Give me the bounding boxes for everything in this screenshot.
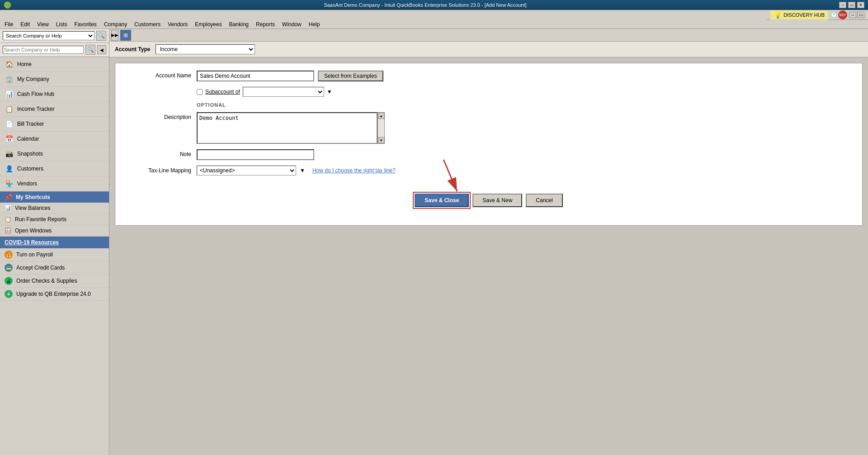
menu-file[interactable]: File [1, 20, 17, 28]
note-row: Note [124, 149, 853, 160]
save-new-button[interactable]: Save & New [472, 194, 522, 207]
covid-checks[interactable]: 🖨 Order Checks & Supplies [0, 275, 109, 288]
subaccount-label: Subaccount of [205, 89, 240, 95]
covid-item-label: Accept Credit Cards [16, 265, 65, 271]
notification-badge[interactable]: 99+ [838, 10, 847, 19]
menu-vendors[interactable]: Vendors [164, 20, 191, 28]
search-button2[interactable]: 🔍 [85, 45, 95, 55]
sidebar-collapse-button[interactable]: ◀ [97, 45, 106, 54]
shortcut-label: Open Windows [15, 228, 52, 234]
shortcut-run-reports[interactable]: 📋 Run Favorite Reports [0, 214, 109, 225]
menu-lists[interactable]: Lists [52, 20, 71, 28]
taxline-field: <Unassigned> ▼ How do I choose the right… [197, 166, 396, 175]
covid-title[interactable]: COVID-19 Resources [5, 239, 104, 246]
sidebar-item-snapshots[interactable]: 📸 Snapshots [0, 147, 109, 161]
taxline-help-link[interactable]: How do I choose the right tax line? [312, 167, 396, 174]
vendors-icon: 🏪 [5, 179, 14, 188]
description-area: Demo Account ▲ ▼ [197, 112, 385, 144]
close-button[interactable]: ✕ [857, 2, 864, 8]
search-company-select[interactable]: Search Company or Help [3, 31, 94, 40]
covid-payroll[interactable]: 💰 Turn on Payroll [0, 248, 109, 261]
grid-view-button[interactable]: ⊞ [120, 30, 131, 41]
inner-restore[interactable]: ▭ [857, 12, 864, 18]
description-scrollbar[interactable]: ▲ ▼ [377, 112, 385, 144]
menu-employees[interactable]: Employees [191, 20, 225, 28]
search-input[interactable] [3, 46, 84, 54]
sidebar-item-vendors[interactable]: 🏪 Vendors [0, 176, 109, 191]
sidebar-item-calendar[interactable]: 📅 Calendar [0, 132, 109, 147]
shortcuts-label: My Shortcuts [16, 194, 50, 200]
menu-favorites[interactable]: Favorites [71, 20, 100, 28]
covid-upgrade[interactable]: + Upgrade to QB Enterprise 24.0 [0, 288, 109, 301]
sidebar-item-label: Customers [17, 166, 43, 172]
menu-view[interactable]: View [33, 20, 52, 28]
add-account-form: Account Name Select from Examples Subacc… [115, 63, 863, 226]
note-input[interactable] [197, 149, 314, 160]
scrollbar-track [378, 119, 384, 137]
subaccount-row: Subaccount of ▼ [124, 87, 853, 97]
sidebar-item-label: My Company [17, 76, 49, 82]
discovery-hub-label: DISCOVERY HUB [783, 12, 825, 18]
menu-company[interactable]: Company [100, 20, 131, 28]
description-input[interactable]: Demo Account [197, 112, 377, 144]
sidebar-item-label: Calendar [17, 136, 39, 142]
taxline-select[interactable]: <Unassigned> [197, 166, 296, 175]
title-bar: 🟢 SaasAnt Demo Company - Intuit QuickBoo… [0, 0, 868, 10]
covid-credit-cards[interactable]: 💳 Accept Credit Cards [0, 261, 109, 275]
window-min-controls[interactable]: ─ ▭ [849, 12, 864, 18]
account-name-input[interactable] [197, 71, 314, 81]
sidebar-bottom: 📌 My Shortcuts 📊 View Balances 📋 Run Fav… [0, 191, 109, 301]
sidebar: Search Company or Help 🔍 🔍 ◀ 🏠 Home 🏢 My… [0, 29, 109, 455]
menu-help[interactable]: Help [305, 20, 324, 28]
shortcut-label: View Balances [15, 205, 51, 211]
shortcut-label: Run Favorite Reports [15, 216, 66, 223]
sidebar-item-billtracker[interactable]: 📄 Bill Tracker [0, 117, 109, 132]
menu-banking[interactable]: Banking [226, 20, 252, 28]
menu-window[interactable]: Window [278, 20, 305, 28]
covid-section: COVID-19 Resources [0, 237, 109, 248]
sidebar-item-home[interactable]: 🏠 Home [0, 57, 109, 72]
sidebar-item-label: Home [17, 61, 32, 67]
covid-item-label: Turn on Payroll [16, 251, 53, 258]
checks-icon: 🖨 [5, 277, 13, 285]
sidebar-item-income[interactable]: 📋 Income Tracker [0, 102, 109, 117]
shortcut-open-windows[interactable]: 🪟 Open Windows [0, 225, 109, 237]
account-name-label: Account Name [124, 71, 197, 79]
menu-customers[interactable]: Customers [131, 20, 164, 28]
sidebar-item-mycompany[interactable]: 🏢 My Company [0, 72, 109, 87]
select-examples-button[interactable]: Select from Examples [318, 71, 383, 81]
taxline-label: Tax-Line Mapping [124, 166, 197, 174]
inner-minimize[interactable]: ─ [849, 12, 856, 18]
account-name-field: Select from Examples [197, 71, 383, 81]
account-type-bar: Account Type Income Expense Fixed Asset … [109, 42, 868, 57]
window-title: SaasAnt Demo Company - Intuit QuickBooks… [11, 2, 839, 8]
top-right-controls: 💡 DISCOVERY HUB 🕐 99+ ─ ▭ [766, 10, 868, 20]
scrollbar-down-button[interactable]: ▼ [378, 137, 384, 143]
window-controls[interactable]: ─ ▭ ✕ [839, 2, 864, 8]
menu-edit[interactable]: Edit [17, 20, 33, 28]
menu-reports[interactable]: Reports [252, 20, 278, 28]
minimize-button[interactable]: ─ [839, 2, 846, 8]
shortcuts-header: 📌 My Shortcuts [0, 192, 109, 203]
bill-icon: 📄 [5, 119, 14, 128]
subaccount-select[interactable] [243, 87, 324, 97]
search-button[interactable]: 🔍 [96, 31, 106, 41]
restore-button[interactable]: ▭ [848, 2, 855, 8]
payroll-icon: 💰 [5, 251, 13, 259]
scrollbar-up-button[interactable]: ▲ [378, 113, 384, 119]
form-scroll: Account Name Select from Examples Subacc… [109, 57, 868, 455]
cancel-button[interactable]: Cancel [526, 194, 562, 207]
save-close-button[interactable]: Save & Close [415, 194, 469, 207]
company-icon: 🏢 [5, 75, 14, 84]
discovery-hub-button[interactable]: 💡 DISCOVERY HUB [770, 10, 829, 20]
shortcut-view-balances[interactable]: 📊 View Balances [0, 203, 109, 214]
account-type-label: Account Type [115, 46, 150, 52]
note-label: Note [124, 149, 197, 157]
description-row: Description Demo Account ▲ ▼ [124, 112, 853, 144]
sidebar-item-customers[interactable]: 👤 Customers [0, 161, 109, 176]
sidebar-item-cashflow[interactable]: 📊 Cash Flow Hub [0, 87, 109, 102]
account-type-select[interactable]: Income Expense Fixed Asset Bank Loan Cre… [156, 44, 255, 54]
subaccount-checkbox[interactable] [197, 89, 203, 95]
subaccount-spacer [124, 87, 197, 89]
toolbar-collapse-button[interactable]: ▶▶ [111, 30, 118, 41]
